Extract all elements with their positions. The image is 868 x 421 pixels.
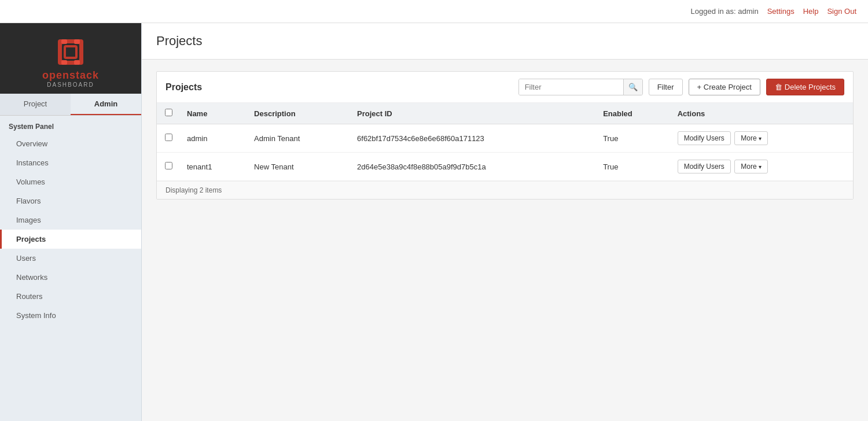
sidebar-item-users[interactable]: Users: [0, 249, 141, 268]
projects-tbody: admin Admin Tenant 6f62bf17d7534c6e8e6e6…: [157, 124, 853, 181]
main-content: Projects 🔍 Filter + Create Project 🗑Dele…: [142, 60, 868, 211]
modify-users-button-1[interactable]: Modify Users: [678, 131, 731, 145]
openstack-logo-icon: [53, 35, 88, 69]
sidebar-tabs: Project Admin: [0, 94, 141, 116]
row-name-1: admin: [180, 124, 247, 153]
svg-rect-5: [61, 60, 67, 65]
panel-footer: Displaying 2 items: [157, 181, 853, 199]
filter-input[interactable]: [519, 79, 623, 95]
main: Projects Projects 🔍 Filter + Create Proj…: [142, 23, 868, 421]
row-enabled-1: True: [596, 124, 671, 153]
tab-project[interactable]: Project: [0, 94, 71, 115]
row-actions-2: Modify Users More: [671, 153, 853, 181]
sidebar-item-instances[interactable]: Instances: [0, 153, 141, 172]
settings-link[interactable]: Settings: [767, 7, 795, 16]
col-description: Description: [247, 103, 350, 124]
svg-rect-3: [61, 39, 67, 44]
row-checkbox-1[interactable]: [165, 134, 172, 141]
create-project-button[interactable]: + Create Project: [689, 79, 760, 95]
main-header: Projects: [142, 23, 868, 60]
col-project-id: Project ID: [350, 103, 596, 124]
panel-title: Projects: [165, 82, 513, 93]
sidebar-item-volumes[interactable]: Volumes: [0, 172, 141, 191]
svg-rect-4: [74, 39, 80, 44]
sidebar-nav: OverviewInstancesVolumesFlavorsImagesPro…: [0, 134, 141, 325]
row-actions-1: Modify Users More: [671, 124, 853, 153]
more-button-2[interactable]: More: [734, 160, 767, 173]
sidebar-item-projects[interactable]: Projects: [0, 230, 141, 249]
sidebar-item-images[interactable]: Images: [0, 211, 141, 230]
sidebar-item-networks[interactable]: Networks: [0, 268, 141, 287]
row-project-id-1: 6f62bf17d7534c6e8e6e68f60a171123: [350, 124, 596, 153]
logged-in-text: Logged in as: admin: [691, 7, 759, 16]
sidebar-item-routers[interactable]: Routers: [0, 287, 141, 306]
projects-table: Name Description Project ID Enabled Acti…: [157, 103, 853, 181]
table-header-row: Name Description Project ID Enabled Acti…: [157, 103, 853, 124]
sidebar-item-system-info[interactable]: System Info: [0, 306, 141, 325]
help-link[interactable]: Help: [803, 7, 819, 16]
sidebar-item-flavors[interactable]: Flavors: [0, 191, 141, 211]
display-count: Displaying 2 items: [165, 186, 222, 194]
row-enabled-2: True: [596, 153, 671, 181]
sidebar-logo-text: openstack: [42, 69, 99, 82]
delete-projects-button[interactable]: 🗑Delete Projects: [766, 79, 844, 95]
page-title: Projects: [156, 34, 854, 49]
row-name-2: tenant1: [180, 153, 247, 181]
panel-header: Projects 🔍 Filter + Create Project 🗑Dele…: [157, 72, 853, 103]
filter-input-wrapper: 🔍: [518, 79, 643, 95]
projects-panel: Projects 🔍 Filter + Create Project 🗑Dele…: [156, 71, 854, 200]
col-enabled: Enabled: [596, 103, 671, 124]
row-description-2: New Tenant: [247, 153, 350, 181]
signout-link[interactable]: Sign Out: [827, 7, 856, 16]
tab-admin[interactable]: Admin: [71, 94, 141, 115]
row-description-1: Admin Tenant: [247, 124, 350, 153]
select-all-checkbox[interactable]: [165, 109, 172, 116]
sidebar-logo-subtitle: DASHBOARD: [47, 82, 94, 88]
col-actions: Actions: [671, 103, 853, 124]
col-name: Name: [180, 103, 247, 124]
more-button-1[interactable]: More: [734, 131, 767, 145]
system-panel-title: System Panel: [0, 116, 141, 134]
sidebar-logo: openstack DASHBOARD: [0, 23, 141, 94]
trash-icon: 🗑: [775, 83, 782, 91]
svg-rect-6: [74, 60, 80, 65]
table-row: tenant1 New Tenant 2d64e5e38a9c4f8e88b05…: [157, 153, 853, 181]
table-row: admin Admin Tenant 6f62bf17d7534c6e8e6e6…: [157, 124, 853, 153]
modify-users-button-2[interactable]: Modify Users: [678, 160, 731, 173]
row-project-id-2: 2d64e5e38a9c4f8e88b05a9f9d7b5c1a: [350, 153, 596, 181]
filter-button[interactable]: Filter: [649, 79, 683, 95]
search-icon[interactable]: 🔍: [623, 79, 642, 95]
sidebar: openstack DASHBOARD Project Admin System…: [0, 23, 142, 421]
row-checkbox-2[interactable]: [165, 162, 172, 169]
topbar: Logged in as: admin Settings Help Sign O…: [0, 0, 868, 23]
sidebar-item-overview[interactable]: Overview: [0, 134, 141, 153]
